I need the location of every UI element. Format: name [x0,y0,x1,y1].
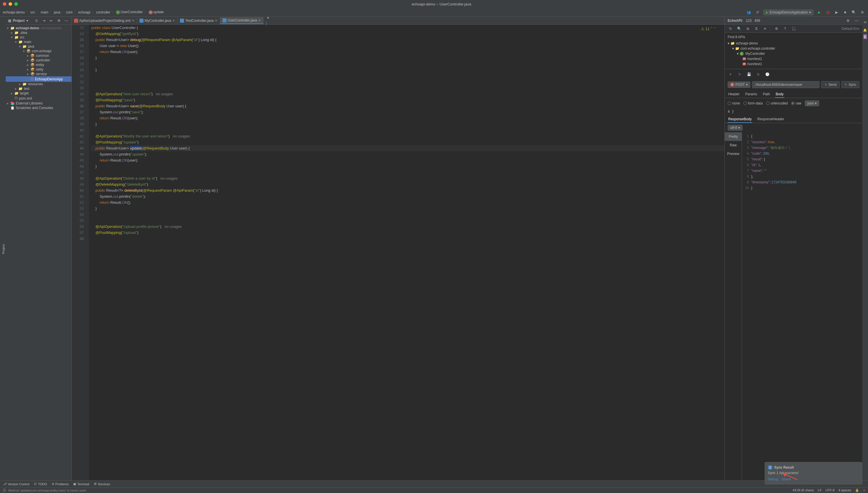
lock-icon[interactable]: 🔒 [855,488,859,492]
search-api-icon[interactable]: 🔍 [736,26,742,31]
api-tree-item[interactable]: ▾📁com.echoapi.controller [728,46,860,51]
body-editor[interactable]: 4 } [725,108,862,115]
prev-warning-icon[interactable]: ˄ [711,26,713,32]
tree-item[interactable]: ▾📁main [6,40,71,44]
breadcrumb-item[interactable]: com [66,10,72,14]
tree-item[interactable]: ▸📁test [6,86,71,91]
error-icon[interactable]: ● [863,488,865,492]
tab-close-icon[interactable]: ✕ [132,19,135,23]
bottom-tab-services[interactable]: ⚙Services [94,482,110,486]
copy-icon[interactable]: ⧉ [755,71,761,77]
tree-item[interactable]: ⓜpom.xml [6,95,71,101]
request-tab-path[interactable]: Path [762,91,771,98]
sync-button[interactable]: ↻Sync [841,81,860,88]
filter-icon[interactable]: ⧉ [745,26,750,31]
tree-item[interactable]: ▾📁echoapi-demo ~/workspace/e [6,26,71,30]
indent-setting[interactable]: 4 spaces [839,488,851,492]
tree-item[interactable]: ▸📦entity [6,63,71,67]
view-tab-preview[interactable]: Preview [725,150,742,158]
tree-item[interactable]: ▸📦common [6,53,71,58]
view-tab-raw[interactable]: Raw [725,141,742,150]
tree-item[interactable]: ▾📁java [6,44,71,49]
api-tree[interactable]: Find 8 APIs ▾📁echoapi-demo▾📁com.echoapi.… [725,33,862,69]
api-tree-item[interactable]: ▾📁echoapi-demo [728,41,860,46]
tree-item[interactable]: ▸📚External Libraries [6,101,71,106]
editor-tab[interactable]: TestController.java✕ [178,18,220,24]
body-type-urlencoded[interactable]: urlencoded [766,101,788,105]
tree-item[interactable]: ▸📦service [6,72,71,76]
breadcrumb-item[interactable]: java [54,10,60,14]
echo-settings-icon[interactable]: ⚙ [845,18,851,23]
echoapi-tab[interactable]: E [863,35,867,39]
body-format-select[interactable]: json▾ [805,101,819,106]
tree-item[interactable]: ▸📁.idea [6,30,71,35]
bottom-tab-problems[interactable]: ⊘Problems [52,482,69,486]
notifications-tab[interactable]: 🔔 [863,26,868,35]
refresh-icon[interactable]: ↻ [728,26,733,31]
tab-dropdown-icon[interactable]: ▾ [265,17,271,21]
encoding-select[interactable]: utf-8▾ [728,125,743,131]
body-type-raw[interactable]: raw [791,101,801,105]
body-type-none[interactable]: none [728,101,740,105]
editor-tab[interactable]: UserController.java✕ [220,17,263,24]
history-icon[interactable]: 🕐 [764,71,770,77]
breadcrumb-item[interactable]: main [41,10,48,14]
bottom-tab-todo[interactable]: ☑TODO [34,482,47,486]
help-icon[interactable]: ? [782,26,788,31]
response-tab[interactable]: ResponseBody [728,116,752,123]
method-select[interactable]: P POST ▾ [728,82,750,88]
env-select[interactable]: Default Env [842,27,860,31]
run-button[interactable]: ▶ [816,9,822,15]
users-icon[interactable]: 👥 [746,9,752,15]
run-config-select[interactable]: ▶ EchoapiDemoApplication ▾ [763,9,813,15]
tree-item[interactable]: ▸📦netty [6,67,71,72]
coverage-button[interactable]: ▶ [833,9,839,15]
tab-close-icon[interactable]: ✕ [172,19,175,23]
panel-settings-icon[interactable]: ⚙ [56,18,62,23]
send-icon[interactable]: ✈ [728,71,733,77]
close-window[interactable] [3,2,6,6]
response-content[interactable]: 1{2 "success": true,3 "message": "操作成功！"… [742,132,862,480]
gear-icon[interactable]: ⚙ [774,26,779,31]
breadcrumb-item[interactable]: src [30,10,35,14]
tree-item[interactable]: ▾📦com.echoapi [6,49,71,53]
breadcrumb[interactable]: echoapi-demo〉src〉main〉java〉com〉echoapi〉c… [3,10,746,15]
response-tab[interactable]: ResponseHeader [757,116,784,123]
tab-close-icon[interactable]: ✕ [258,18,261,22]
hide-panel-icon[interactable]: — [63,18,69,23]
next-warning-icon[interactable]: ˅ [714,26,716,32]
search-icon[interactable]: 🔍 [851,9,856,15]
tree-item[interactable]: ▸📁resources [6,82,71,86]
warning-badge[interactable]: ⚠ 11 ˄ ˅ [701,26,716,32]
breadcrumb-item[interactable]: mupdate [149,10,164,14]
tab-close-icon[interactable]: ✕ [215,19,217,23]
close-icon[interactable]: ✕ [762,26,768,31]
debug-link[interactable]: Debug [768,477,778,480]
editor-tab[interactable]: MyController.java✕ [137,18,178,24]
tree-item[interactable]: ▸📦controller [6,58,71,63]
expand-icon[interactable]: ⇥ [41,18,47,23]
tree-item[interactable]: ⒸEchoapiDemoApp [6,76,71,82]
breadcrumb-item[interactable]: controller [96,10,110,14]
echo-hide-icon[interactable]: — [854,18,860,23]
file-encoding[interactable]: UTF-8 [826,488,834,492]
project-tree[interactable]: ▾📁echoapi-demo ~/workspace/e▸📁.idea▾📁src… [6,25,71,480]
api-tree-item[interactable]: P/son/test1 [728,61,860,67]
line-ending[interactable]: LF [818,488,822,492]
view-tab-pretty[interactable]: Pretty [725,132,742,141]
tree-item[interactable]: ▸📁target [6,91,71,95]
breadcrumb-item[interactable]: echoapi [78,10,90,14]
cursor-position[interactable]: 43:26 (6 chars) [792,488,814,492]
settings-icon[interactable]: ⚙ [860,9,865,15]
bottom-tab-terminal[interactable]: ▣Terminal [73,482,89,486]
api-tree-item[interactable]: ▾CMyController [728,51,860,56]
editor-tab[interactable]: ApifoxUploaderProjectSetting.xml✕ [72,18,137,24]
maximize-window[interactable] [14,2,18,6]
sync-icon[interactable]: ↺ [755,9,760,15]
request-tab-body[interactable]: Body [775,91,784,98]
stop-button[interactable]: ■ [842,9,848,15]
project-panel-dropdown[interactable]: ▾ [26,19,28,23]
collapse-icon[interactable]: ⇤ [48,18,54,23]
send-button[interactable]: ✈Send [821,81,840,88]
project-tab[interactable]: Project [1,242,6,256]
